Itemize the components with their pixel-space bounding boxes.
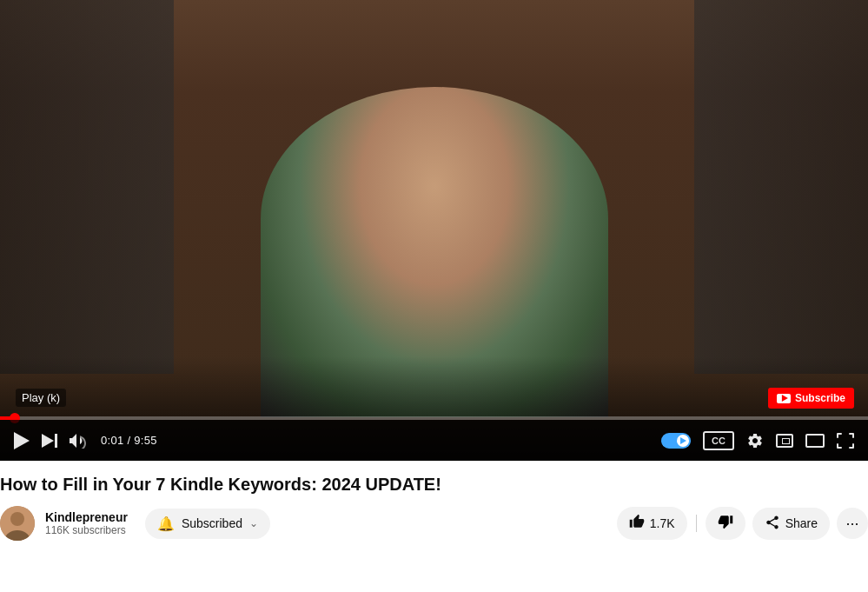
subscribed-label: Subscribed [182, 516, 242, 530]
subscribe-overlay-button[interactable]: Subscribe [768, 388, 854, 409]
play-button[interactable] [14, 432, 30, 449]
thumbs-down-icon [718, 514, 733, 533]
video-container: Play (k) Subscribe [0, 0, 868, 541]
share-label: Share [785, 516, 818, 530]
video-info: How to Fill in Your 7 Kindle Keywords: 2… [0, 461, 868, 541]
video-title: How to Fill in Your 7 Kindle Keywords: 2… [0, 473, 868, 496]
bell-icon: 🔔 [157, 516, 175, 532]
settings-icon [746, 432, 764, 449]
skip-icon [42, 434, 57, 448]
share-button[interactable]: Share [752, 508, 830, 540]
autoplay-track[interactable] [661, 433, 691, 449]
dislike-icon-svg [718, 514, 733, 529]
play-label: Play (k) [16, 389, 66, 407]
like-icon-svg [629, 514, 645, 529]
play-icon [14, 432, 30, 449]
channel-info: Kindlepreneur 116K subscribers [45, 510, 128, 536]
fullscreen-icon [837, 433, 854, 449]
like-button[interactable]: 1.7K [617, 507, 687, 540]
settings-button[interactable] [746, 432, 764, 449]
action-buttons: 1.7K [617, 507, 868, 540]
shelf-right [694, 0, 868, 374]
autoplay-play-icon [680, 437, 686, 444]
time-total: 9:55 [134, 434, 157, 447]
shelf-left [0, 0, 174, 374]
next-button[interactable] [42, 434, 57, 448]
channel-avatar-wrapper[interactable] [0, 506, 35, 541]
youtube-logo-icon [777, 394, 791, 403]
channel-avatar [0, 506, 35, 541]
volume-button[interactable] [70, 433, 89, 449]
dislike-button[interactable] [706, 507, 745, 540]
captions-button[interactable]: CC [703, 431, 734, 450]
channel-name[interactable]: Kindlepreneur [45, 510, 128, 524]
subscribed-button[interactable]: 🔔 Subscribed ⌄ [145, 509, 270, 539]
volume-icon [70, 433, 89, 449]
svg-point-1 [10, 512, 24, 526]
theater-button[interactable] [805, 434, 825, 448]
like-dislike-divider [696, 515, 697, 532]
avatar-svg [0, 506, 35, 541]
time-display: 0:01 / 9:55 [101, 434, 157, 447]
thumbs-up-icon [629, 514, 645, 533]
subscriber-count: 116K subscribers [45, 524, 128, 536]
share-icon-svg [765, 515, 780, 530]
autoplay-toggle[interactable] [661, 433, 691, 449]
subscribe-overlay-label: Subscribe [795, 392, 845, 404]
autoplay-thumb [677, 435, 689, 447]
more-icon: ··· [845, 515, 858, 533]
like-count: 1.7K [650, 516, 675, 530]
time-current: 0:01 [101, 434, 124, 447]
fullscreen-button[interactable] [837, 433, 854, 449]
controls-bar: 0:01 / 9:55 CC [0, 420, 868, 461]
more-options-button[interactable]: ··· [837, 508, 868, 539]
video-thumbnail[interactable]: Play (k) Subscribe [0, 0, 868, 461]
channel-row: Kindlepreneur 116K subscribers 🔔 Subscri… [0, 506, 868, 541]
share-icon [765, 515, 780, 533]
chevron-down-icon: ⌄ [249, 517, 258, 529]
miniplayer-button[interactable] [776, 434, 793, 448]
